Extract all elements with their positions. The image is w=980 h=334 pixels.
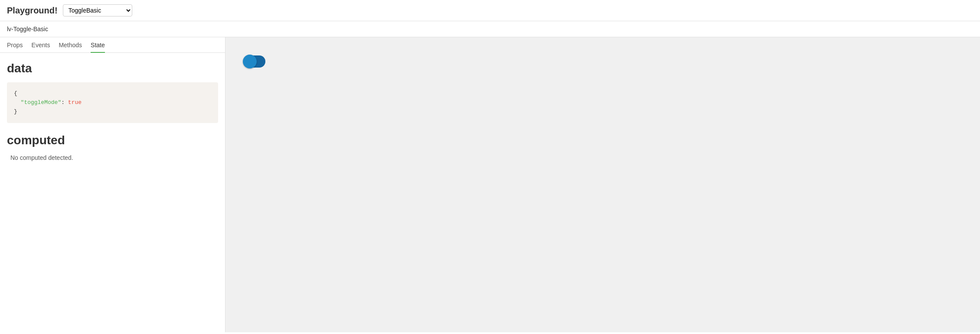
top-bar: Playground! ToggleBasic bbox=[0, 0, 980, 21]
toggle-switch[interactable] bbox=[243, 55, 268, 68]
code-line: "toggleMode": true bbox=[14, 98, 211, 107]
tab-state[interactable]: State bbox=[91, 42, 105, 53]
component-name-bar: lv-Toggle-Basic bbox=[0, 21, 980, 37]
left-panel: Props Events Methods State data { "toggl… bbox=[0, 37, 225, 332]
computed-empty-label: No computed detected. bbox=[7, 154, 218, 161]
component-select[interactable]: ToggleBasic bbox=[63, 4, 132, 16]
code-value: true bbox=[68, 99, 82, 106]
playground-title: Playground! bbox=[7, 6, 58, 16]
right-panel bbox=[225, 37, 980, 332]
tab-props[interactable]: Props bbox=[7, 42, 23, 53]
code-brace-open: { bbox=[14, 89, 211, 98]
component-name-label: lv-Toggle-Basic bbox=[7, 26, 48, 32]
main-layout: Props Events Methods State data { "toggl… bbox=[0, 37, 980, 332]
left-content: data { "toggleMode": true } computed No … bbox=[0, 53, 225, 170]
computed-section-title: computed bbox=[7, 133, 218, 147]
code-brace-close: } bbox=[14, 107, 211, 117]
data-section-title: data bbox=[7, 62, 218, 75]
tab-methods[interactable]: Methods bbox=[59, 42, 82, 53]
toggle-knob bbox=[243, 55, 257, 68]
code-block: { "toggleMode": true } bbox=[7, 82, 218, 123]
code-key: "toggleMode" bbox=[21, 99, 62, 106]
tab-events[interactable]: Events bbox=[32, 42, 50, 53]
computed-section: computed No computed detected. bbox=[7, 133, 218, 161]
tabs-bar: Props Events Methods State bbox=[0, 37, 225, 53]
